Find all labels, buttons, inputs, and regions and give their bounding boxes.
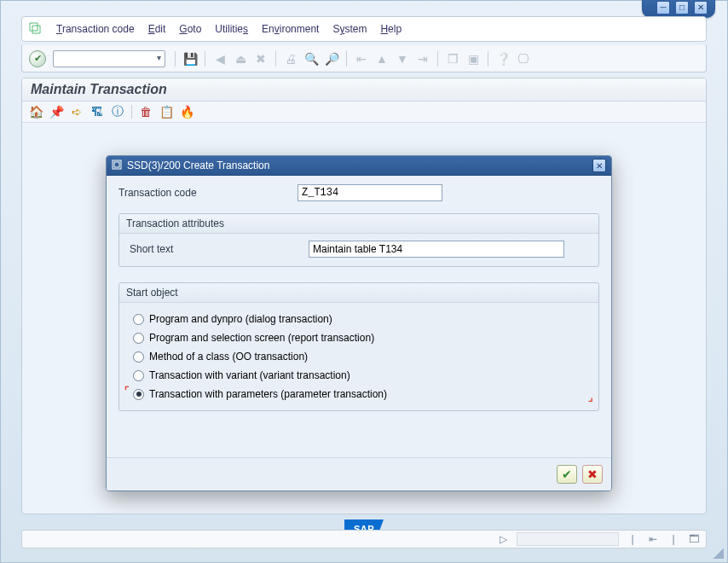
dialog-close-button[interactable]: ✕ xyxy=(592,159,606,172)
find-icon[interactable]: 🔍 xyxy=(303,50,320,67)
transaction-attributes-group: Transaction attributes Short text xyxy=(118,213,599,267)
radio-parameter-transaction[interactable]: Transaction with parameters (parameter t… xyxy=(130,385,588,403)
status-nav-icon[interactable]: ▷ xyxy=(496,532,510,546)
layout-icon[interactable]: 🖵 xyxy=(515,50,532,67)
radio-icon xyxy=(133,333,144,344)
separator xyxy=(488,51,488,67)
menu-indicator-icon[interactable] xyxy=(29,22,43,37)
find-next-icon[interactable]: 🔎 xyxy=(323,50,340,67)
radio-label: Method of a class (OO transaction) xyxy=(149,351,308,363)
tcode-input[interactable] xyxy=(298,184,442,201)
separator xyxy=(275,51,276,67)
resize-grip[interactable] xyxy=(710,545,724,559)
shorttext-label: Short text xyxy=(130,243,300,255)
paste-icon[interactable]: 📋 xyxy=(159,105,173,119)
svg-rect-1 xyxy=(114,162,119,167)
menu-transaction-code[interactable]: Transaction code xyxy=(56,23,135,35)
new-session-icon[interactable]: ❐ xyxy=(444,50,461,67)
application-toolbar: 🏠 📌 ➪ 🏗 ⓘ 🗑 📋 🔥 xyxy=(22,102,706,123)
print-icon[interactable]: 🖨 xyxy=(282,50,299,67)
group-title-startobject: Start object xyxy=(119,283,598,303)
workspace: Maintain Transaction 🏠 📌 ➪ 🏗 ⓘ 🗑 📋 🔥 SSD… xyxy=(21,78,707,514)
radio-oo-transaction[interactable]: Method of a class (OO transaction) xyxy=(130,347,588,366)
menubar: Transaction code Edit Goto Utilities Env… xyxy=(21,16,707,42)
menu-environment[interactable]: Environment xyxy=(262,23,319,35)
radio-label: Transaction with parameters (parameter t… xyxy=(149,388,387,400)
status-separator-icon: | xyxy=(626,532,639,546)
cancel-icon[interactable]: ✖ xyxy=(252,50,269,67)
dialog-title-text: SSD(3)/200 Create Transaction xyxy=(127,160,269,171)
enter-button[interactable]: ✔ xyxy=(29,50,46,67)
dialog-titlebar[interactable]: SSD(3)/200 Create Transaction ✕ xyxy=(107,156,611,176)
pin-icon[interactable]: 📌 xyxy=(49,105,63,119)
exit-icon[interactable]: ⏏ xyxy=(232,50,249,67)
menu-system[interactable]: System xyxy=(332,23,367,35)
status-bar: ▷ | ⇤ | 🗔 xyxy=(21,530,707,548)
separator xyxy=(437,51,438,67)
radio-variant-transaction[interactable]: Transaction with variant (variant transa… xyxy=(130,366,588,385)
help-icon[interactable]: ❔ xyxy=(494,50,511,67)
status-separator-icon: | xyxy=(667,532,680,546)
dialog-icon xyxy=(112,160,122,172)
create-transaction-dialog: SSD(3)/200 Create Transaction ✕ Transact… xyxy=(106,155,612,491)
radio-label: Program and selection screen (report tra… xyxy=(149,332,374,344)
save-icon[interactable]: 💾 xyxy=(182,50,199,67)
status-layout-icon[interactable]: 🗔 xyxy=(687,532,701,546)
radio-icon xyxy=(133,389,144,400)
group-title-attributes: Transaction attributes xyxy=(119,214,598,234)
last-page-icon[interactable]: ⇥ xyxy=(414,50,431,67)
display-change-icon[interactable]: 🏠 xyxy=(29,105,43,119)
page-title: Maintain Transaction xyxy=(22,78,706,102)
radio-label: Transaction with variant (variant transa… xyxy=(149,369,350,381)
status-system-icon[interactable] xyxy=(517,532,619,546)
delete-icon[interactable]: 🗑 xyxy=(139,105,153,119)
prev-page-icon[interactable]: ▲ xyxy=(373,50,390,67)
radio-label: Program and dynpro (dialog transaction) xyxy=(149,313,332,325)
separator xyxy=(346,51,347,67)
tcode-label: Transaction code xyxy=(118,187,289,199)
create-shortcut-icon[interactable]: ▣ xyxy=(465,50,482,67)
start-object-group: Start object Program and dynpro (dialog … xyxy=(118,282,599,411)
copy-icon[interactable]: ➪ xyxy=(70,105,84,119)
radio-icon xyxy=(133,370,144,381)
test-icon[interactable]: 🔥 xyxy=(180,105,194,119)
info-icon[interactable]: ⓘ xyxy=(111,105,124,119)
ok-button[interactable]: ✔ xyxy=(557,465,577,484)
radio-icon xyxy=(133,314,144,325)
next-page-icon[interactable]: ▼ xyxy=(394,50,411,67)
status-collapse-icon[interactable]: ⇤ xyxy=(646,532,660,546)
radio-report-transaction[interactable]: Program and selection screen (report tra… xyxy=(130,328,588,347)
dialog-footer: ✔ ✖ xyxy=(107,457,611,490)
menu-edit[interactable]: Edit xyxy=(148,23,166,35)
separator xyxy=(175,51,176,67)
radio-dialog-transaction[interactable]: Program and dynpro (dialog transaction) xyxy=(130,310,588,328)
radio-icon xyxy=(133,351,144,363)
minimize-button[interactable]: ─ xyxy=(656,1,670,15)
menu-utilities[interactable]: Utilities xyxy=(215,23,248,35)
first-page-icon[interactable]: ⇤ xyxy=(353,50,370,67)
separator xyxy=(205,51,205,67)
back-icon[interactable]: ◀ xyxy=(211,50,228,67)
maximize-button[interactable]: □ xyxy=(675,1,689,15)
window-controls: ─ □ ✕ xyxy=(642,0,715,18)
menu-goto[interactable]: Goto xyxy=(179,23,201,35)
close-button[interactable]: ✕ xyxy=(694,1,708,15)
cancel-button[interactable]: ✖ xyxy=(582,465,603,484)
shorttext-input[interactable] xyxy=(309,241,564,258)
command-field[interactable] xyxy=(53,50,165,67)
standard-toolbar: ✔ 💾 ◀ ⏏ ✖ 🖨 🔍 🔎 ⇤ ▲ ▼ ⇥ ❐ ▣ ❔ 🖵 xyxy=(21,45,707,73)
menu-help[interactable]: Help xyxy=(380,23,402,35)
separator xyxy=(131,105,132,119)
tree-icon[interactable]: 🏗 xyxy=(90,105,104,119)
